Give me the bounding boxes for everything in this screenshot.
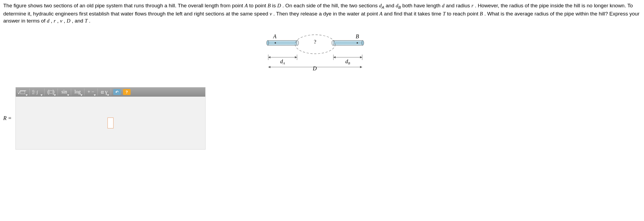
equation-toolbar: □ □ d□ d□ ∫ (□) sin xyxy=(16,87,205,97)
svg-marker-22 xyxy=(268,66,270,68)
calculus-icon: d□ d□ ∫ xyxy=(32,89,42,95)
svg-marker-12 xyxy=(268,56,270,58)
svg-text:dA: dA xyxy=(280,58,285,65)
svg-marker-18 xyxy=(333,56,336,58)
svg-marker-13 xyxy=(295,56,297,58)
answer-label: R = xyxy=(3,115,12,121)
svg-point-3 xyxy=(275,42,276,43)
svg-text:dB: dB xyxy=(345,58,350,65)
diagram-label-A: A xyxy=(273,33,277,39)
toolbar-greek-button[interactable]: α γ xyxy=(99,87,110,97)
svg-text:□: □ xyxy=(17,90,18,92)
svg-marker-23 xyxy=(360,66,362,68)
pipe-diagram: A B ? dA dB D xyxy=(265,33,379,76)
problem-statement: The figure shows two sections of an old … xyxy=(3,2,641,25)
answer-row: R = □ □ d□ d□ ∫ xyxy=(3,87,641,150)
svg-rect-4 xyxy=(333,40,363,45)
toolbar-trig-button[interactable]: sin xyxy=(59,87,70,97)
svg-point-7 xyxy=(357,42,358,43)
toolbar-operators-button[interactable]: + − xyxy=(86,87,96,97)
toolbar-help-button[interactable]: ? xyxy=(123,89,131,95)
svg-point-1 xyxy=(296,40,299,45)
diagram-label-B: B xyxy=(356,33,359,39)
toolbar-calculus-button[interactable]: d□ d□ ∫ xyxy=(31,87,43,97)
svg-text:□: □ xyxy=(24,90,25,92)
toolbar-log-button[interactable]: log xyxy=(72,87,83,97)
svg-text:∫: ∫ xyxy=(36,90,38,95)
svg-text:d□: d□ xyxy=(32,92,35,95)
root-icon: □ □ xyxy=(17,89,27,95)
svg-text:d□: d□ xyxy=(32,90,35,92)
svg-point-2 xyxy=(267,40,269,45)
undo-icon: ↶ xyxy=(115,90,119,94)
diagram-label-q: ? xyxy=(314,39,316,45)
svg-point-5 xyxy=(362,40,364,45)
equation-editor[interactable]: □ □ d□ d□ ∫ (□) sin xyxy=(15,87,206,150)
svg-point-6 xyxy=(332,40,334,45)
equation-placeholder[interactable] xyxy=(108,118,113,128)
toolbar-undo-button[interactable]: ↶ xyxy=(113,89,121,95)
equation-input-area[interactable] xyxy=(16,97,205,149)
toolbar-paren-button[interactable]: (□) xyxy=(46,87,56,97)
svg-marker-19 xyxy=(360,56,362,58)
svg-text:D: D xyxy=(312,65,317,71)
svg-rect-0 xyxy=(268,40,298,45)
toolbar-root-button[interactable]: □ □ xyxy=(16,87,28,97)
diagram-container: A B ? dA dB D xyxy=(3,33,641,76)
help-icon: ? xyxy=(125,90,128,94)
